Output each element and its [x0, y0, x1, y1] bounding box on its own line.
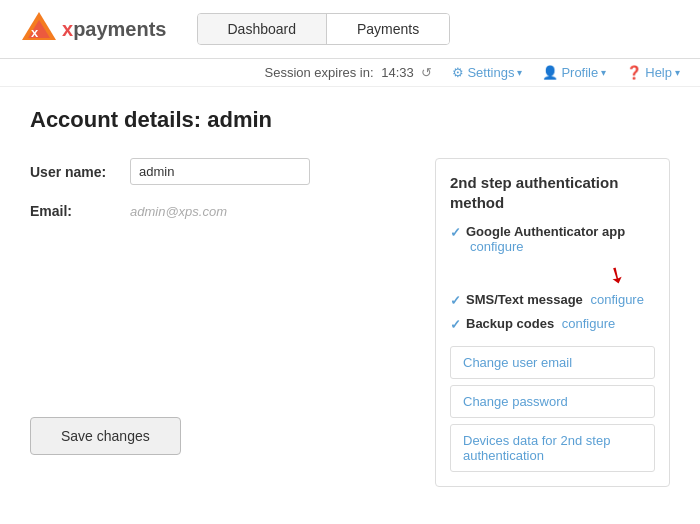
devices-data-link[interactable]: Devices data for 2nd step authentication: [450, 424, 655, 472]
session-bar: Session expires in: 14:33 ↺ ⚙ Settings ▾…: [0, 59, 700, 87]
logo: x xpayments: [20, 10, 167, 48]
configure-backup-link[interactable]: configure: [562, 316, 615, 331]
profile-icon: 👤: [542, 65, 558, 80]
refresh-icon[interactable]: ↺: [421, 65, 432, 80]
email-row: Email: admin@xps.com: [30, 203, 415, 219]
logo-payments: payments: [73, 18, 166, 40]
logo-x: x: [62, 18, 73, 40]
help-icon: ❓: [626, 65, 642, 80]
settings-link[interactable]: ⚙ Settings ▾: [452, 65, 522, 80]
logo-icon: x: [20, 10, 58, 48]
profile-link[interactable]: 👤 Profile ▾: [542, 65, 606, 80]
save-button[interactable]: Save changes: [30, 417, 181, 455]
action-links: Change user email Change password Device…: [450, 346, 655, 472]
auth-google-text: Google Authenticator app: [466, 224, 625, 239]
auth-item-sms: ✓ SMS/Text message configure: [450, 292, 655, 308]
tab-dashboard[interactable]: Dashboard: [198, 14, 328, 44]
help-link[interactable]: ❓ Help ▾: [626, 65, 680, 80]
auth-method-title: 2nd step authentication method: [450, 173, 655, 212]
svg-text:x: x: [31, 25, 39, 40]
page-title: Account details: admin: [30, 107, 670, 133]
form-section: User name: Email: admin@xps.com Save cha…: [30, 158, 415, 455]
check-sms-icon: ✓: [450, 293, 461, 308]
username-input[interactable]: [130, 158, 310, 185]
auth-item-google: ✓ Google Authenticator app configure: [450, 224, 655, 254]
change-password-link[interactable]: Change password: [450, 385, 655, 418]
help-label: Help: [645, 65, 672, 80]
profile-caret: ▾: [601, 67, 606, 78]
help-caret: ▾: [675, 67, 680, 78]
content-layout: User name: Email: admin@xps.com Save cha…: [30, 158, 670, 487]
tab-payments[interactable]: Payments: [327, 14, 449, 44]
change-email-link[interactable]: Change user email: [450, 346, 655, 379]
auth-sms-text: SMS/Text message: [466, 292, 583, 307]
main-content: Account details: admin User name: Email:…: [0, 87, 700, 507]
logo-text: xpayments: [62, 18, 167, 41]
check-google-icon: ✓: [450, 225, 461, 240]
header: x xpayments Dashboard Payments: [0, 0, 700, 59]
email-label: Email:: [30, 203, 130, 219]
nav-tabs: Dashboard Payments: [197, 13, 451, 45]
session-expires-text: Session expires in: 14:33 ↺: [264, 65, 432, 80]
settings-label: Settings: [467, 65, 514, 80]
side-panel: 2nd step authentication method ✓ Google …: [435, 158, 670, 487]
email-value: admin@xps.com: [130, 204, 227, 219]
username-row: User name:: [30, 158, 415, 185]
auth-backup-text: Backup codes: [466, 316, 554, 331]
arrow-annotation: ➘: [450, 262, 655, 288]
settings-caret: ▾: [517, 67, 522, 78]
username-label: User name:: [30, 164, 130, 180]
auth-item-backup: ✓ Backup codes configure: [450, 316, 655, 332]
session-label: Session expires in:: [264, 65, 373, 80]
settings-icon: ⚙: [452, 65, 464, 80]
red-arrow-icon: ➘: [602, 259, 631, 291]
check-backup-icon: ✓: [450, 317, 461, 332]
profile-label: Profile: [561, 65, 598, 80]
session-time: 14:33: [381, 65, 414, 80]
configure-google-link[interactable]: configure: [470, 239, 523, 254]
configure-sms-link[interactable]: configure: [590, 292, 643, 307]
